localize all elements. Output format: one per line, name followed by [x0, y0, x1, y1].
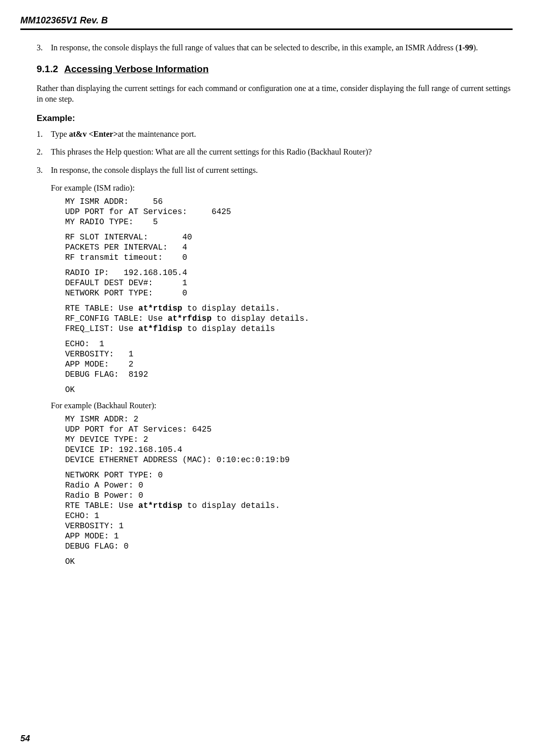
code-block: MY ISMR ADDR: 56 UDP PORT for AT Service…: [65, 197, 511, 227]
text: RTE TABLE: Use: [65, 304, 138, 313]
page-header: MM102365V1 Rev. B: [20, 14, 513, 30]
code-block: ECHO: 1 VERBOSITY: 1 APP MODE: 2 DEBUG F…: [65, 339, 511, 380]
code-block: NETWORK PORT TYPE: 0 Radio A Power: 0 Ra…: [65, 470, 511, 552]
list-item: 3. In response, the console displays the…: [37, 165, 511, 176]
item-body: In response, the console displays the fu…: [51, 165, 511, 176]
code-block: MY ISMR ADDR: 2 UDP PORT for AT Services…: [65, 414, 511, 465]
bold-text: 1-99: [458, 43, 473, 52]
section-paragraph: Rather than displaying the current setti…: [37, 83, 511, 105]
text: ).: [473, 43, 478, 52]
item-body: This phrases the Help question: What are…: [51, 146, 511, 158]
text: to display details.: [212, 314, 309, 323]
bold-text: at*fldisp: [138, 324, 182, 334]
bold-text: at&v <Enter>: [69, 130, 118, 138]
page-content: 3. In response, the console displays the…: [20, 42, 513, 566]
code-block: OK: [65, 385, 511, 395]
list-item: 2. This phrases the Help question: What …: [37, 146, 511, 158]
item-number: 3.: [37, 42, 51, 53]
code-block: OK: [65, 557, 511, 567]
item-number: 2.: [37, 146, 51, 158]
item-body: In response, the console displays the fu…: [51, 42, 511, 53]
code-block: RADIO IP: 192.168.105.4 DEFAULT DEST DEV…: [65, 268, 511, 298]
section-heading: 9.1.2Accessing Verbose Information: [37, 63, 511, 76]
bold-text: at*rtdisp: [138, 304, 182, 313]
section-number: 9.1.2: [37, 63, 58, 76]
text: to display details: [182, 324, 275, 334]
text: RF_CONFIG TABLE: Use: [65, 314, 168, 323]
code-block: RTE TABLE: Use at*rtdisp to display deta…: [65, 304, 511, 334]
for-example-label: For example (Backhaul Router):: [51, 400, 511, 411]
item-number: 1.: [37, 129, 51, 140]
item-number: 3.: [37, 165, 51, 176]
bold-text: at*rtdisp: [138, 501, 182, 510]
bold-text: at*rfdisp: [168, 314, 212, 323]
example-label: Example:: [37, 113, 511, 125]
text: Type: [51, 130, 69, 138]
text: FREQ_LIST: Use: [65, 324, 138, 334]
list-item: 3. In response, the console displays the…: [37, 42, 511, 53]
code-block: RF SLOT INTERVAL: 40 PACKETS PER INTERVA…: [65, 232, 511, 263]
text: to display details.: [182, 304, 280, 313]
for-example-label: For example (ISM radio):: [51, 183, 511, 194]
list-item: 1. Type at&v <Enter>at the maintenance p…: [37, 129, 511, 140]
page-number: 54: [20, 733, 30, 745]
text: In response, the console displays the fu…: [51, 43, 458, 52]
header-title: MM102365V1 Rev. B: [20, 15, 108, 25]
section-title: Accessing Verbose Information: [64, 64, 208, 74]
text: at the maintenance port.: [118, 130, 196, 138]
item-body: Type at&v <Enter>at the maintenance port…: [51, 129, 511, 140]
